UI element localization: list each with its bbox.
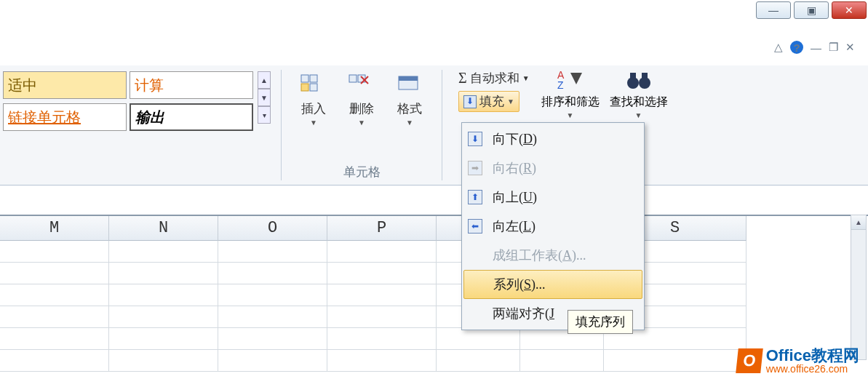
gallery-more-icon[interactable]: ▾ <box>258 106 271 124</box>
fill-label: 填充 <box>479 93 504 110</box>
watermark-brand-zh: 教程网 <box>811 346 859 364</box>
column-headers: MNOPS <box>0 216 868 241</box>
blank-icon <box>468 248 482 263</box>
dropdown-arrow-icon: ▼ <box>358 119 365 127</box>
maximize-button[interactable]: ▣ <box>794 1 829 19</box>
cell[interactable] <box>437 328 520 350</box>
insert-button[interactable]: 插入 ▼ <box>295 68 333 128</box>
cell[interactable] <box>109 241 218 263</box>
cell[interactable] <box>218 284 327 306</box>
cell[interactable] <box>437 350 520 372</box>
cell[interactable] <box>327 306 437 328</box>
dropdown-arrow-icon: ▼ <box>310 119 317 127</box>
sigma-icon: Σ <box>458 70 467 87</box>
svg-rect-9 <box>399 76 418 81</box>
cell[interactable] <box>109 263 218 284</box>
format-label: 格式 <box>397 100 422 117</box>
fill-up-item[interactable]: ⬆ 向上(U) <box>463 183 642 212</box>
cell[interactable] <box>327 241 437 263</box>
ribbon-separator <box>442 70 442 180</box>
table-row <box>0 306 868 328</box>
watermark-logo: O <box>736 348 763 373</box>
svg-rect-0 <box>301 75 308 82</box>
style-output[interactable]: 输出 <box>130 103 253 131</box>
tooltip: 填充序列 <box>568 310 633 334</box>
svg-rect-3 <box>310 84 317 91</box>
watermark-brand-en: Office <box>766 346 811 364</box>
autosum-button[interactable]: Σ 自动求和 ▼ <box>455 68 533 88</box>
cell[interactable] <box>327 263 437 284</box>
fill-series-item[interactable]: 系列(S)... <box>463 270 642 299</box>
style-linked-cell[interactable]: 链接单元格 <box>3 103 127 131</box>
cell[interactable] <box>327 328 437 350</box>
ribbon-collapse-icon[interactable]: △ <box>774 41 783 54</box>
gallery-down-icon[interactable]: ▼ <box>258 89 271 106</box>
vertical-scrollbar[interactable]: ▲ <box>851 215 867 360</box>
cell[interactable] <box>109 306 218 328</box>
dropdown-arrow-icon: ▼ <box>507 97 514 105</box>
binoculars-icon <box>623 67 655 93</box>
svg-text:Z: Z <box>557 79 564 91</box>
scroll-up-icon[interactable]: ▲ <box>851 215 866 230</box>
cell[interactable] <box>0 284 109 306</box>
cell[interactable] <box>0 328 109 350</box>
cell[interactable] <box>327 284 437 306</box>
table-row <box>0 284 868 306</box>
arrow-down-icon: ⬇ <box>468 132 482 146</box>
find-select-label: 查找和选择 <box>610 95 668 110</box>
fill-down-item[interactable]: ⬇ 向下(D) <box>463 124 642 153</box>
column-header[interactable]: O <box>218 216 327 241</box>
delete-button[interactable]: 删除 ▼ <box>343 68 381 128</box>
table-row <box>0 263 868 284</box>
window-restore-icon[interactable]: ❐ <box>829 41 838 54</box>
cell[interactable] <box>109 328 218 350</box>
column-header[interactable]: P <box>327 216 437 241</box>
column-header[interactable]: M <box>0 216 109 241</box>
gallery-up-icon[interactable]: ▲ <box>258 71 271 89</box>
cell[interactable] <box>218 241 327 263</box>
svg-rect-15 <box>642 73 648 80</box>
cell[interactable] <box>0 306 109 328</box>
svg-rect-2 <box>301 84 308 91</box>
column-header[interactable]: N <box>109 216 218 241</box>
cell[interactable] <box>0 263 109 284</box>
style-moderate[interactable]: 适中 <box>3 71 127 99</box>
cell[interactable] <box>604 350 746 372</box>
window-close-icon[interactable]: ✕ <box>845 41 855 54</box>
ribbon-separator <box>281 70 282 180</box>
cell[interactable] <box>0 350 109 372</box>
insert-cells-icon <box>298 70 330 99</box>
window-minimize-icon[interactable]: — <box>811 41 821 54</box>
minimize-button[interactable]: — <box>756 1 791 19</box>
cell[interactable] <box>218 263 327 284</box>
insert-label: 插入 <box>301 100 326 117</box>
cells-group: 插入 ▼ 删除 ▼ 格式 ▼ 单元格 <box>289 65 434 185</box>
svg-rect-4 <box>349 75 357 82</box>
svg-rect-14 <box>630 73 636 80</box>
watermark-url: www.office26.com <box>766 364 859 375</box>
sort-filter-icon: AZ <box>554 67 586 93</box>
close-button[interactable]: ✕ <box>832 1 867 19</box>
svg-rect-1 <box>310 75 317 82</box>
cell[interactable] <box>109 350 218 372</box>
cell[interactable] <box>218 306 327 328</box>
cell[interactable] <box>0 241 109 263</box>
table-row <box>0 241 868 263</box>
cell[interactable] <box>520 350 604 372</box>
help-icon[interactable]: ? <box>790 41 803 54</box>
sort-filter-label: 排序和筛选 <box>541 95 600 110</box>
autosum-label: 自动求和 <box>470 70 519 87</box>
cell[interactable] <box>327 350 437 372</box>
format-cells-icon <box>394 70 426 99</box>
delete-cells-icon <box>346 70 378 99</box>
cell[interactable] <box>109 284 218 306</box>
style-calculation[interactable]: 计算 <box>130 71 253 99</box>
cell[interactable] <box>218 328 327 350</box>
format-button[interactable]: 格式 ▼ <box>391 68 429 128</box>
fill-left-item[interactable]: ⬅ 向左(L) <box>463 212 642 241</box>
fill-button[interactable]: ⬇ 填充 ▼ <box>458 91 519 112</box>
styles-gallery: 适中 链接单元格 计算 输出 ▲ ▼ ▾ <box>0 65 274 185</box>
cell[interactable] <box>218 350 327 372</box>
blank-icon <box>469 277 483 292</box>
dropdown-arrow-icon: ▼ <box>522 74 530 82</box>
